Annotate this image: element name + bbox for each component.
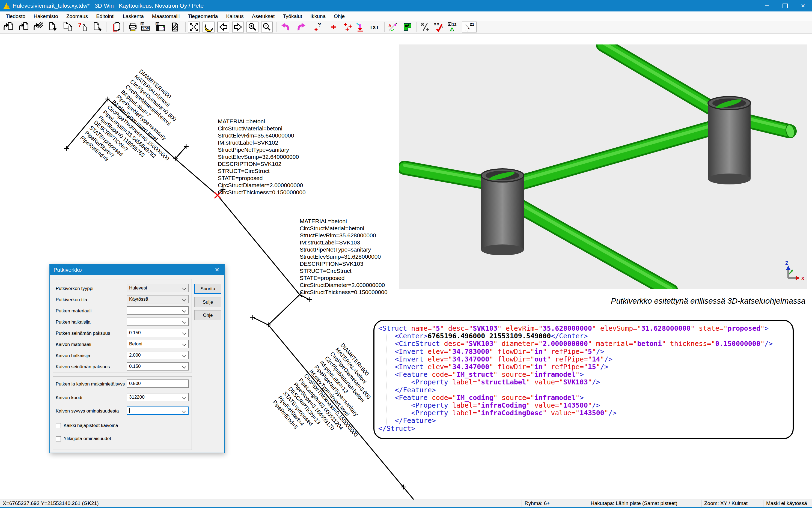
zoom-next-button[interactable] (232, 22, 244, 33)
toolbar-separator (106, 23, 107, 32)
chevron-down-icon[interactable] (182, 297, 186, 301)
open-file-alt-button[interactable] (17, 22, 30, 33)
zoom-previous-button[interactable] (217, 22, 229, 33)
combo-kaivon-koodi[interactable]: 312200 (127, 393, 189, 401)
menu-item-laskenta[interactable]: Laskenta (119, 13, 148, 19)
menu-item-tiedosto[interactable]: Tiedosto (2, 13, 30, 19)
open-reference-button[interactable] (32, 22, 44, 33)
menu-item-hakemisto[interactable]: Hakemisto (30, 13, 62, 19)
dialog-button-suorita[interactable]: Suorita (194, 284, 221, 294)
field-label-putken-materiaali: Putken materiaali (56, 308, 91, 314)
checkbox-box[interactable] (56, 436, 61, 441)
menu-item-editointi[interactable]: Editointi (92, 13, 119, 19)
text-caret (129, 408, 130, 413)
field-label-putken-sein-m-n-paksuus: Putken seinämän paksuus (56, 331, 110, 336)
menu-item-tiegeometria[interactable]: Tiegeometria (184, 13, 222, 19)
code-tool-button[interactable] (419, 22, 431, 33)
undo-button[interactable] (280, 22, 291, 33)
combo-kaivon-sein-m-n-paksuus[interactable]: 0.150 (127, 362, 189, 371)
close-button[interactable]: ✕ (794, 0, 812, 11)
combo-putken-halkaisija[interactable] (127, 318, 189, 326)
add-point-query-icon: ? (314, 22, 323, 32)
checkbox-box[interactable] (56, 423, 61, 428)
point-count-button[interactable]: 21x (462, 22, 477, 33)
file-manager-button[interactable] (110, 22, 122, 33)
save-file-button[interactable] (47, 22, 59, 33)
field-value: Betoni (129, 341, 142, 346)
zoom-in-button[interactable] (246, 22, 258, 33)
menu-item-asetukset[interactable]: Asetukset (248, 13, 279, 19)
write-file-button[interactable] (91, 22, 103, 33)
maximize-button[interactable] (776, 0, 794, 11)
add-points-button[interactable] (342, 22, 354, 33)
status-segment-ryhm: Ryhmä: 6+ (522, 500, 587, 507)
menu-item-ty-kalut[interactable]: Työkalut (279, 13, 306, 19)
chevron-down-icon[interactable] (182, 331, 186, 335)
menu-item-ohje[interactable]: Ohje (330, 13, 349, 19)
chevron-down-icon[interactable] (182, 365, 186, 368)
toolbar-separator (185, 23, 186, 32)
field-value: 0.150 (129, 330, 141, 335)
field-label-putkiverkon-tila: Putkiverkon tila (56, 297, 87, 303)
svg-text:x: x (437, 22, 439, 26)
status-bar: X=6765237.692 Y=21553140.261 (GK21) Ryhm… (0, 500, 812, 507)
text-tool-button[interactable]: TXT (368, 22, 380, 33)
add-point-query-button[interactable]: ? (313, 22, 325, 33)
manhole-cylinder-right (708, 96, 750, 184)
open-file-button[interactable] (2, 22, 14, 33)
angle-tool-button[interactable]: Aα (387, 22, 399, 33)
dialog-title-bar[interactable]: Putkiverkko (50, 264, 225, 275)
open-file-icon (3, 22, 13, 32)
add-point-button[interactable] (328, 22, 339, 33)
point-stats-button[interactable]: x̄12xx (447, 22, 458, 33)
zoom-extents-button[interactable] (188, 22, 200, 33)
chevron-down-icon[interactable] (182, 395, 186, 399)
approve-points-button[interactable]: xx (432, 22, 444, 33)
checkbox-ylikirjoita-ominaisuudet[interactable]: Ylikirjoita ominaisuudet (56, 436, 111, 441)
window-settings-icon: x̄ (155, 22, 165, 32)
combo-putken-materiaali[interactable] (127, 306, 189, 314)
combo-kaivon-materiaali[interactable]: Betoni (127, 340, 189, 348)
menu-item-kairaus[interactable]: Kairaus (222, 13, 248, 19)
dialog-button-ohje[interactable]: Ohje (194, 310, 221, 320)
minimize-button[interactable] (758, 0, 776, 11)
save-help-button[interactable]: ? (76, 22, 88, 33)
chevron-down-icon[interactable] (182, 342, 186, 346)
dialog-close-icon[interactable]: ✕ (210, 264, 225, 275)
3d-view-caption: Putkiverkko esitettynä erillisessä 3D-ka… (611, 296, 800, 305)
redo-button[interactable] (295, 22, 307, 33)
svg-text:α: α (394, 23, 396, 27)
zoom-free-button[interactable] (203, 22, 214, 33)
combo-putkiverkon-tyyppi[interactable]: Hulevesi (127, 284, 189, 292)
combo-putken-sein-m-n-paksuus[interactable]: 0.150 (127, 329, 189, 337)
menu-item-ikkuna[interactable]: Ikkuna (306, 13, 330, 19)
print-button[interactable] (127, 22, 139, 33)
window-title: Hulevesiviemarit_tulos.xy.tdw* - 3D-Win … (12, 2, 204, 9)
hatch-settings-button[interactable] (169, 22, 181, 33)
menu-item-zoomaus[interactable]: Zoomaus (62, 13, 92, 19)
save-file-as-button[interactable] (62, 22, 73, 33)
zoom-free-icon (204, 22, 213, 32)
combo-kaivon-halkaisija[interactable]: 2.000 (127, 351, 189, 359)
zoom-in-icon (248, 22, 257, 32)
chevron-down-icon[interactable] (182, 320, 186, 324)
struct-attributes-svk103: MATERIAL=betoni CircStructMaterial=beton… (300, 218, 388, 296)
chevron-down-icon[interactable] (182, 409, 186, 413)
menu-item-maastomalli[interactable]: Maastomalli (148, 13, 184, 19)
combo-putkiverkon-tila[interactable]: Käytössä (127, 295, 189, 303)
combo-kaivon-syvyys-ominaisuudesta[interactable] (127, 407, 189, 415)
chevron-down-icon[interactable] (182, 353, 186, 357)
dialog-button-sulje[interactable]: Sulje (194, 297, 221, 307)
drawing-scale-button[interactable]: x̄1:50 (139, 22, 151, 33)
chevron-down-icon[interactable] (182, 308, 186, 312)
checkbox-kaikki-hajapisteet-kaivoina[interactable]: Kaikki hajapisteet kaivoina (56, 423, 118, 428)
zoom-extents-icon (189, 22, 199, 32)
window-settings-button[interactable]: x̄ (154, 22, 166, 33)
input-putken-ja-kaivon-maksimiet-isyys[interactable]: 0.500 (127, 380, 189, 388)
toolbar: ?x̄1:50x̄?TXTAαm²xxx̄12xx21x (0, 21, 812, 34)
chevron-down-icon[interactable] (182, 286, 186, 290)
zoom-out-button[interactable] (261, 22, 273, 33)
area-tool-button[interactable]: m² (402, 22, 414, 33)
point-tool-button[interactable] (355, 22, 367, 33)
svg-text:x: x (468, 27, 470, 30)
